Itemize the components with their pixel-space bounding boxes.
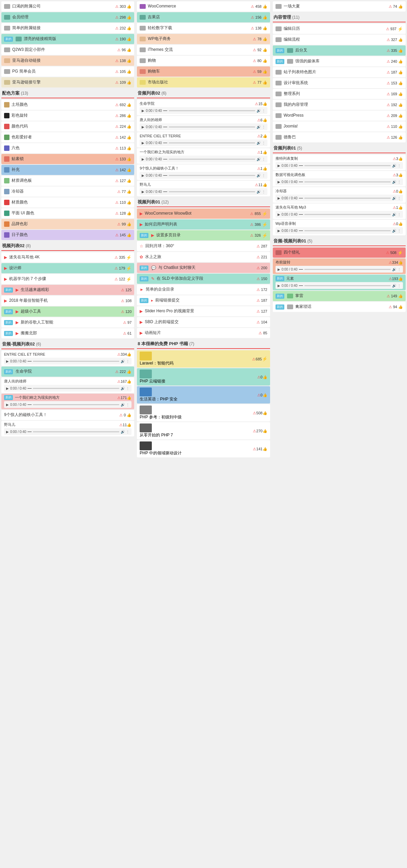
- play-button[interactable]: ▶: [6, 387, 9, 390]
- more-icon[interactable]: ⋮: [262, 174, 265, 177]
- list-item[interactable]: 新的▶新的谷歌人工智能 ⚠97: [1, 317, 134, 328]
- more-icon[interactable]: ⋮: [398, 196, 401, 200]
- more-icon[interactable]: ⋮: [398, 164, 401, 167]
- play-button[interactable]: ▶: [142, 125, 144, 129]
- list-item[interactable]: 四个猎礼 ⚠508⚡: [273, 248, 406, 258]
- list-item[interactable]: 德鲁巴 ⚠126👍: [273, 132, 406, 142]
- list-item[interactable]: 设计审批系统 ⚠153👍: [273, 78, 406, 88]
- list-item[interactable]: 吉果店 ⚠156👍: [137, 12, 270, 22]
- list-item[interactable]: ▶动画短片 ⚠85: [137, 328, 270, 338]
- progress-bar[interactable]: [33, 361, 119, 362]
- list-item[interactable]: Joomla! ⚠110👍: [273, 121, 406, 132]
- progress-bar[interactable]: [304, 165, 391, 166]
- list-item[interactable]: 新的禽家琐话 ⚠94👍: [273, 302, 406, 312]
- progress-bar[interactable]: [304, 214, 391, 215]
- audio-player[interactable]: ▶ 0:00 / 0:40 — 🔊 ⋮: [140, 139, 267, 146]
- list-item[interactable]: ▶设计师 ⚠179⚡: [1, 263, 134, 273]
- progress-bar[interactable]: [304, 181, 391, 182]
- list-item[interactable]: 材质颜色 ⚠110👍: [1, 197, 134, 208]
- list-item[interactable]: 简单的附属链接 ⚠ 232 👍: [1, 23, 134, 33]
- more-icon[interactable]: ⋮: [262, 109, 265, 113]
- list-item[interactable]: 补充 ⚠142👍: [1, 165, 134, 175]
- list-item[interactable]: 土坯颜色 ⚠692👍: [1, 100, 134, 110]
- more-icon[interactable]: ⋮: [262, 190, 265, 194]
- list-item[interactable]: 编辑流程 ⚠327👍: [273, 35, 406, 45]
- list-item[interactable]: Q2W3 固定小部件 ⚠ 96 👍: [1, 45, 134, 55]
- audio-player[interactable]: ▶ 0:00 / 0:40 — 🔊 ⋮: [140, 172, 267, 179]
- list-item[interactable]: 购物车 ⚠59👍: [137, 66, 270, 77]
- audio-player[interactable]: ▶ 0:00 / 0:40 — 🔊 ⋮: [276, 178, 403, 185]
- list-item[interactable]: 材质调色板 ⚠127👍: [1, 176, 134, 186]
- list-item[interactable]: 新的掌雷 ⚠149👍: [273, 291, 406, 301]
- progress-bar[interactable]: [304, 198, 391, 199]
- audio-player[interactable]: ▶ 0:00 / 0:40 — 🔊 ⋮: [4, 401, 131, 408]
- volume-icon[interactable]: 🔊: [392, 213, 396, 216]
- list-item[interactable]: 贴素锁 ⚠133👍: [1, 154, 134, 164]
- list-item[interactable]: 新的▶搬搬北部 ⚠61: [1, 328, 134, 338]
- volume-icon[interactable]: 🔊: [392, 229, 396, 233]
- list-item[interactable]: 冷却器 ⚠77👍: [1, 186, 134, 197]
- progress-bar[interactable]: [169, 175, 255, 176]
- volume-icon[interactable]: 🔊: [121, 403, 125, 407]
- play-button[interactable]: ▶: [142, 190, 144, 194]
- list-item[interactable]: 六色 ⚠113👍: [1, 143, 134, 153]
- more-icon[interactable]: ⋮: [126, 430, 129, 434]
- audio-player[interactable]: ▶ 0:00 / 0:40 — 🔊 ⋮: [4, 385, 131, 392]
- list-item[interactable]: 新的后分叉 ⚠335👍: [273, 45, 406, 56]
- list-item[interactable]: 日子颜色 ⚠145👍: [1, 230, 134, 240]
- audio-player[interactable]: ▶ 0:00 / 0:40 — 🔊 ⋮: [140, 188, 267, 195]
- play-button[interactable]: ▶: [278, 229, 280, 233]
- list-item[interactable]: 新的💬与 ChatBot 实时聊天 ⚠200: [137, 263, 270, 273]
- volume-icon[interactable]: 🔊: [392, 196, 396, 200]
- play-button[interactable]: ▶: [278, 164, 280, 167]
- list-item[interactable]: ▶SBD 上的前端提交 ⚠104: [137, 317, 270, 327]
- audio-player[interactable]: ▶ 0:00 / 0:40 — 🔊 ⋮: [276, 227, 403, 234]
- progress-bar[interactable]: [33, 431, 119, 432]
- play-button[interactable]: ▶: [6, 430, 9, 434]
- list-item[interactable]: iThemes 交流 ⚠92👍: [137, 45, 270, 55]
- volume-icon[interactable]: 🔊: [257, 190, 261, 194]
- volume-icon[interactable]: 🔊: [121, 387, 125, 390]
- audio-player[interactable]: ▶ 0:00 / 0:40 — 🔊 ⋮: [276, 211, 403, 218]
- list-item[interactable]: WooCommerce ⚠458👍: [137, 1, 270, 12]
- list-item[interactable]: 站子列表特色图片 ⚠187👍: [273, 67, 406, 77]
- volume-icon[interactable]: 🔊: [392, 180, 396, 184]
- play-button[interactable]: ▶: [6, 403, 9, 407]
- more-icon[interactable]: ⋮: [126, 359, 129, 363]
- volume-icon[interactable]: 🔊: [257, 141, 261, 145]
- list-item[interactable]: 平面 UI 颜色 ⚠128👍: [1, 208, 134, 218]
- volume-icon[interactable]: 🔊: [392, 268, 396, 271]
- list-item[interactable]: 新的▶设置多页目录 ⚠326⚡: [137, 230, 270, 240]
- volume-icon[interactable]: 🔊: [392, 164, 396, 167]
- audio-player[interactable]: ▶ 0:00 / 0:40 — 🔊 ⋮: [276, 195, 403, 201]
- list-item[interactable]: ►简单的企业目录 ⚠172: [137, 284, 270, 295]
- book-item[interactable]: PHP 中的领域驱动设计 ⚠141👍: [137, 440, 270, 457]
- book-item[interactable]: 从零开始的 PHP 7 ⚠270👍: [137, 422, 270, 439]
- list-item[interactable]: 新的强强的媒体库 ⚠240👍: [273, 56, 406, 66]
- more-icon[interactable]: ⋮: [398, 268, 401, 271]
- volume-icon[interactable]: 🔊: [121, 430, 125, 434]
- list-item[interactable]: ✿水上之旅 ⚠221: [137, 252, 270, 262]
- audio-player[interactable]: ▶ 0:00 / 0:40 — 🔊 ⋮: [4, 358, 131, 364]
- progress-bar[interactable]: [169, 159, 255, 160]
- list-item[interactable]: 新的▶生活越来越精彩 ⚠125: [1, 285, 134, 295]
- list-item[interactable]: 市场出版社 ⚠77👍: [137, 77, 270, 87]
- audio-player[interactable]: ▶ 0:00 / 0:40 — 🔊 ⋮: [276, 266, 403, 273]
- book-item[interactable]: PHP 云端链接 ⚠0👍: [137, 368, 270, 386]
- list-item[interactable]: WordPress ⚠209👍: [273, 111, 406, 121]
- volume-icon[interactable]: 🔊: [257, 157, 261, 161]
- play-button[interactable]: ▶: [278, 284, 280, 288]
- audio-player[interactable]: ▶ 0:00 / 0:40 — 🔊 ⋮: [276, 162, 403, 169]
- more-icon[interactable]: ⋮: [126, 403, 129, 407]
- list-item[interactable]: ☆回到月球：360° ⚠287: [137, 241, 270, 251]
- volume-icon[interactable]: 🔊: [121, 359, 125, 363]
- list-item[interactable]: 轻松数字下载 ⚠138👍: [137, 23, 270, 33]
- more-icon[interactable]: ⋮: [398, 180, 401, 184]
- list-item[interactable]: 整理系列 ⚠169👍: [273, 89, 406, 99]
- more-icon[interactable]: ⋮: [262, 157, 265, 161]
- list-item[interactable]: 颜色代码 ⚠224👍: [1, 121, 134, 132]
- play-button[interactable]: ▶: [278, 213, 280, 216]
- more-icon[interactable]: ⋮: [262, 141, 265, 145]
- list-item[interactable]: 彩色旋转 ⚠286👍: [1, 111, 134, 121]
- list-item[interactable]: 会员经理 ⚠ 298 👍: [1, 12, 134, 22]
